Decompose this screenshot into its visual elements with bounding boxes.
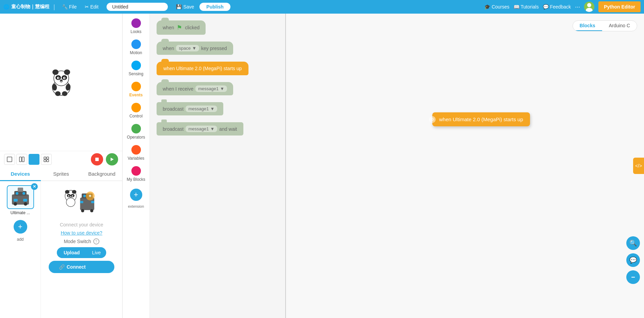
how-to-use-link[interactable]: How to use device?	[61, 230, 102, 236]
device-startup-text: when Ultimate 2.0 (MegaPi) starts up	[163, 66, 242, 71]
category-sensing[interactable]: Sensing	[124, 59, 148, 78]
device-label: Ultimate ...	[11, 210, 30, 215]
message1-dropdown-bw[interactable]: message1 ▼	[186, 126, 217, 132]
wrench-icon: 🔧	[62, 4, 68, 10]
go-button[interactable]	[106, 153, 118, 165]
layout-btn-3[interactable]	[29, 154, 39, 165]
courses-icon: 🎓	[484, 4, 490, 10]
sprites-column: ✦ Connect your device How to use device?…	[41, 181, 122, 318]
canvas-tab-arduino[interactable]: Arduino C	[602, 21, 637, 31]
mode-switch-help-icon[interactable]: ?	[93, 238, 99, 244]
category-motion[interactable]: Motion	[124, 38, 148, 57]
block-broadcast-wait[interactable]: broadcast message1 ▼ and wait	[157, 122, 243, 136]
category-variables[interactable]: Variables	[124, 144, 148, 162]
svg-point-1	[587, 3, 591, 7]
zoom-out-button[interactable]: −	[626, 270, 640, 284]
tutorials-link[interactable]: 📖 Tutorials	[514, 4, 539, 10]
block-group-key: when space ▼ key pressed	[157, 42, 278, 55]
device-item-ultimate[interactable]: ✕	[5, 185, 36, 215]
brand-logo: 🌐 童心制物｜慧编程	[3, 4, 49, 10]
control-dot	[131, 103, 141, 112]
code-toggle-button[interactable]: </>	[633, 158, 644, 174]
svg-text:✦: ✦	[88, 193, 92, 198]
motion-label: Motion	[130, 50, 142, 55]
svg-point-44	[81, 209, 84, 212]
motion-dot	[131, 39, 141, 49]
add-device-label: add	[17, 237, 23, 242]
variables-dot	[131, 145, 141, 155]
zoom-in-button[interactable]: 🔍	[626, 236, 640, 250]
svg-rect-20	[22, 157, 24, 162]
dropdown-arrow-b: ▼	[210, 106, 214, 111]
edit-menu[interactable]: ✂ Edit	[82, 3, 101, 11]
project-title-input[interactable]	[107, 3, 168, 11]
layout-btn-1[interactable]	[4, 154, 15, 165]
connect-button[interactable]: 🔗 Connect	[49, 261, 115, 273]
extension-button[interactable]: +	[130, 189, 142, 201]
svg-point-11	[58, 78, 59, 79]
more-menu[interactable]: ···	[575, 3, 580, 11]
courses-link[interactable]: 🎓 Courses	[484, 4, 509, 10]
events-label: Events	[129, 93, 143, 97]
tab-background[interactable]: Background	[81, 168, 122, 181]
robot-icon	[10, 188, 31, 206]
center-button[interactable]: 💬	[626, 253, 640, 267]
file-menu[interactable]: 🔧 File	[59, 3, 80, 11]
block-key-pressed[interactable]: when space ▼ key pressed	[157, 42, 233, 55]
tabs: Devices Sprites Background	[0, 168, 122, 181]
block-device-startup[interactable]: when Ultimate 2.0 (MegaPi) starts up	[157, 62, 248, 75]
main-canvas: Blocks Arduino C when Ultimate 2.0 (Mega…	[286, 14, 644, 318]
svg-point-53	[69, 195, 69, 196]
mode-switch: Mode Switch ?	[64, 238, 99, 244]
category-control[interactable]: Control	[124, 101, 148, 120]
variables-label: Variables	[128, 156, 144, 161]
user-avatar[interactable]	[584, 2, 594, 12]
brand-text: 童心制物｜慧编程	[11, 4, 49, 10]
globe-icon: 🌐	[3, 4, 9, 10]
block-receive[interactable]: when I receive message1 ▼	[157, 82, 233, 95]
flag-icon: ⚑	[177, 24, 182, 31]
category-looks[interactable]: Looks	[124, 17, 148, 35]
canvas-tab-blocks[interactable]: Blocks	[573, 21, 602, 31]
clicked-label: clicked	[185, 25, 199, 30]
stop-button[interactable]	[91, 153, 103, 165]
looks-dot	[131, 18, 141, 28]
layout-btn-4[interactable]	[41, 154, 52, 165]
save-button[interactable]: 💾 Save	[173, 3, 197, 11]
add-device-button[interactable]: +	[14, 220, 27, 234]
svg-point-54	[73, 195, 73, 196]
block-flag-clicked[interactable]: when ⚑ clicked	[157, 20, 206, 35]
svg-rect-24	[47, 157, 49, 159]
python-editor-button[interactable]: Python Editor	[598, 1, 641, 12]
dropdown-arrow-bw: ▼	[210, 126, 214, 131]
block-broadcast[interactable]: broadcast message1 ▼	[157, 102, 223, 115]
device-close-btn[interactable]: ✕	[31, 183, 38, 190]
events-dot	[131, 82, 141, 91]
canvas-floating-block[interactable]: when Ultimate 2.0 (MegaPi) starts up ⚙	[432, 112, 530, 126]
upload-button[interactable]: Upload	[57, 247, 86, 258]
operators-dot	[131, 124, 141, 133]
tab-content: ✕	[0, 181, 122, 318]
device-thumbnail	[7, 185, 34, 209]
category-events[interactable]: Events	[124, 80, 148, 99]
sensing-dot	[131, 61, 141, 70]
category-myblocks[interactable]: My Blocks	[124, 165, 148, 183]
layout-btn-2[interactable]	[16, 154, 27, 165]
svg-rect-27	[95, 158, 99, 161]
block-group-device-start: when Ultimate 2.0 (MegaPi) starts up	[157, 62, 278, 75]
publish-button[interactable]: Publish	[199, 3, 230, 11]
message1-dropdown-broadcast[interactable]: message1 ▼	[186, 106, 217, 112]
key-dropdown[interactable]: space ▼	[176, 45, 199, 51]
tab-devices[interactable]: Devices	[0, 168, 41, 181]
control-label: Control	[129, 114, 143, 118]
category-operators[interactable]: Operators	[124, 123, 148, 141]
feedback-link[interactable]: 💬 Feedback	[543, 4, 571, 10]
svg-point-31	[16, 192, 18, 195]
tab-sprites[interactable]: Sprites	[41, 168, 82, 181]
svg-point-12	[64, 78, 65, 79]
feedback-icon: 💬	[543, 4, 549, 10]
live-button[interactable]: Live	[86, 247, 106, 258]
message1-dropdown-receive[interactable]: message1 ▼	[195, 85, 227, 92]
myblocks-dot	[131, 166, 141, 176]
svg-point-17	[62, 91, 67, 96]
